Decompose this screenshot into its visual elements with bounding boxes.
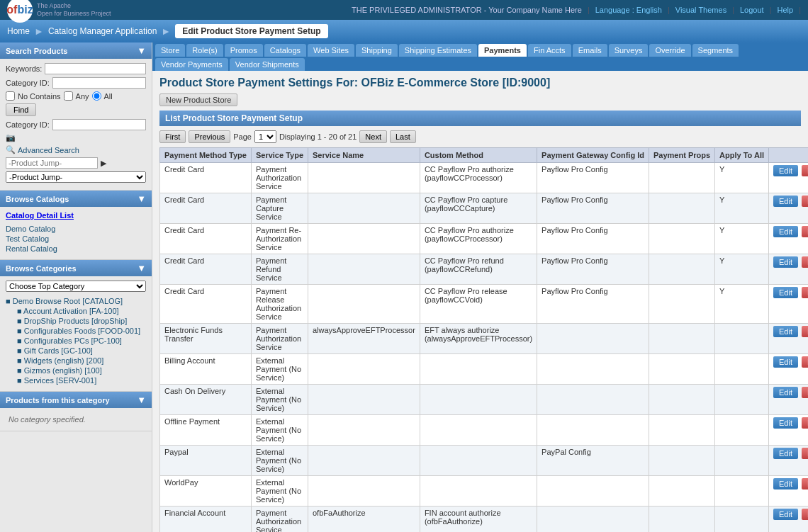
product-jump-select[interactable]: -Product Jump- <box>6 171 146 183</box>
tab-payments[interactable]: Payments <box>478 44 527 57</box>
category-link[interactable]: ■ DropShip Products [dropShip] <box>17 317 127 325</box>
category-link[interactable]: ■ Configurables Foods [FOOD-001] <box>17 327 140 335</box>
catalogs-collapse-btn[interactable]: ▼ <box>137 193 146 204</box>
cell-service-name: ofbFaAuthorize <box>308 506 420 533</box>
category-link[interactable]: ■ Account Activation [FA-100] <box>17 307 119 315</box>
tab-role-s-[interactable]: Role(s) <box>186 44 223 57</box>
category-link[interactable]: ■ Services [SERV-001] <box>17 376 96 385</box>
main-layout: Search Products ▼ Keywords: Category ID:… <box>0 43 808 532</box>
delete-button[interactable]: Delete <box>802 326 808 337</box>
tab-vendor-payments[interactable]: Vendor Payments <box>155 58 228 71</box>
delete-button[interactable]: Delete <box>802 417 808 429</box>
category-link[interactable]: ■ Demo Browse Root [CATALOG] <box>6 297 123 305</box>
edit-button[interactable]: Edit <box>773 387 798 398</box>
delete-button[interactable]: Delete <box>802 256 808 268</box>
app-link[interactable]: Catalog Manager Application <box>48 26 157 36</box>
first-button[interactable]: First <box>159 130 186 143</box>
advanced-search-link[interactable]: 🔍 Advanced Search <box>6 145 79 154</box>
any-checkbox[interactable] <box>64 91 73 101</box>
cell-custom-method: CC Payflow Pro capture (payflowCCCapture… <box>420 193 537 224</box>
delete-button[interactable]: Delete <box>802 226 808 237</box>
no-contains-checkbox[interactable] <box>6 91 15 101</box>
cell-service-type: External Payment (No Service) <box>251 446 308 476</box>
visual-themes-link[interactable]: Visual Themes <box>675 6 726 14</box>
edit-button[interactable]: Edit <box>773 478 798 489</box>
keywords-input[interactable] <box>45 63 146 74</box>
tab-shipping[interactable]: Shipping <box>356 44 398 57</box>
catalog-link[interactable]: Demo Catalog <box>6 225 55 233</box>
product-jump-icon[interactable]: ▶ <box>101 159 106 168</box>
catalog-link[interactable]: Rental Catalog <box>6 244 57 253</box>
delete-button[interactable]: Delete <box>802 196 808 207</box>
logout-link[interactable]: Logout <box>740 6 764 14</box>
any-label: Any <box>76 92 89 101</box>
find-button[interactable]: Find <box>6 103 36 116</box>
top-category-select[interactable]: Choose Top Category <box>6 281 146 292</box>
category-link[interactable]: ■ Gift Cards [GC-100] <box>17 346 93 355</box>
edit-button[interactable]: Edit <box>773 356 798 368</box>
edit-button[interactable]: Edit <box>773 417 798 429</box>
all-radio[interactable] <box>92 91 101 101</box>
delete-button[interactable]: Delete <box>802 387 808 398</box>
last-button[interactable]: Last <box>390 130 416 143</box>
next-button[interactable]: Next <box>359 130 387 143</box>
tab-segments[interactable]: Segments <box>692 44 739 57</box>
edit-button[interactable]: Edit <box>773 326 798 337</box>
category-id2-input[interactable] <box>52 119 146 130</box>
nav-sep2: ► <box>161 26 171 37</box>
edit-button[interactable]: Edit <box>773 256 798 268</box>
cell-service-type: Payment Release Authorization Service <box>251 285 308 324</box>
cell-payment-method-type: Electronic Funds Transfer <box>160 324 252 354</box>
category-link[interactable]: ■ Widgets (english) [200] <box>17 356 103 365</box>
tab-vendor-shipments[interactable]: Vendor Shipments <box>230 58 305 71</box>
home-link[interactable]: Home <box>7 26 30 36</box>
tab-store[interactable]: Store <box>155 44 185 57</box>
tab-promos[interactable]: Promos <box>225 44 263 57</box>
products-collapse-btn[interactable]: ▼ <box>137 395 146 405</box>
search-collapse-btn[interactable]: ▼ <box>137 45 146 56</box>
categories-collapse-btn[interactable]: ▼ <box>137 263 146 273</box>
edit-button[interactable]: Edit <box>773 165 798 176</box>
tab-fin-accts[interactable]: Fin Accts <box>528 44 571 57</box>
language-link[interactable]: Language : English <box>595 6 662 14</box>
category-link[interactable]: ■ Configurables PCs [PC-100] <box>17 336 122 345</box>
delete-button[interactable]: Delete <box>802 287 808 298</box>
cell-payment-props <box>649 224 714 254</box>
catalog-detail-list-link[interactable]: Catalog Detail List <box>6 211 74 220</box>
help-link[interactable]: Help <box>778 6 794 14</box>
list-item: ■ Demo Browse Root [CATALOG] <box>6 296 146 306</box>
edit-button[interactable]: Edit <box>773 448 798 459</box>
tab-shipping-estimates[interactable]: Shipping Estimates <box>399 44 477 57</box>
cell-service-type: External Payment (No Service) <box>251 385 308 415</box>
new-product-store-button[interactable]: New Product Store <box>159 94 237 106</box>
page-select[interactable]: 1 <box>254 130 276 143</box>
list-item: ■ Gizmos (english) [100] <box>6 366 146 375</box>
catalog-link[interactable]: Test Catalog <box>6 234 49 243</box>
list-item: Rental Catalog <box>6 244 146 254</box>
prev-button[interactable]: Previous <box>189 130 230 143</box>
edit-button[interactable]: Edit <box>773 226 798 237</box>
tab-emails[interactable]: Emails <box>573 44 607 57</box>
delete-button[interactable]: Delete <box>802 509 808 520</box>
cell-gateway-config <box>537 476 649 506</box>
list-item: ■ Account Activation [FA-100] <box>6 306 146 316</box>
edit-button[interactable]: Edit <box>773 196 798 207</box>
category-link[interactable]: ■ Gizmos (english) [100] <box>17 366 102 375</box>
product-jump-input[interactable] <box>6 157 98 169</box>
delete-button[interactable]: Delete <box>802 478 808 489</box>
table-row: Credit Card Payment Refund Service CC Pa… <box>160 254 809 285</box>
edit-button[interactable]: Edit <box>773 287 798 298</box>
tab-surveys[interactable]: Surveys <box>609 44 649 57</box>
list-item: ■ Configurables PCs [PC-100] <box>6 336 146 346</box>
delete-button[interactable]: Delete <box>802 165 808 176</box>
cell-gateway-config: Payflow Pro Config <box>537 224 649 254</box>
category-id2-label: Category ID: <box>6 120 50 129</box>
category-id-input[interactable] <box>52 77 146 89</box>
tab-override[interactable]: Override <box>649 44 690 57</box>
tab-web-sites[interactable]: Web Sites <box>308 44 354 57</box>
delete-button[interactable]: Delete <box>802 356 808 368</box>
edit-button[interactable]: Edit <box>773 509 798 520</box>
delete-button[interactable]: Delete <box>802 448 808 459</box>
search-products-section: Search Products ▼ Keywords: Category ID:… <box>0 43 152 191</box>
tab-catalogs[interactable]: Catalogs <box>264 44 306 57</box>
